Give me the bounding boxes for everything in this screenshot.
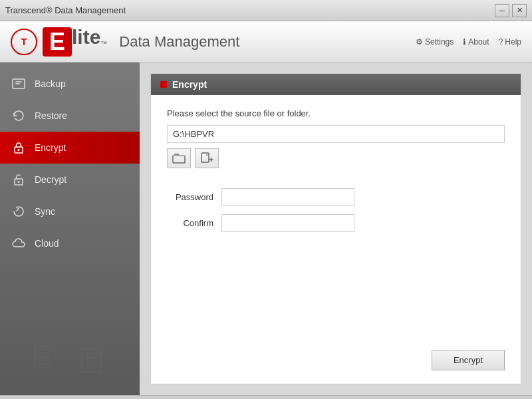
logo-area: T E lite ™ Data Management: [11, 27, 239, 57]
about-icon: ℹ: [463, 37, 466, 47]
action-row: Encrypt: [167, 336, 505, 370]
settings-label: Settings: [425, 37, 454, 47]
backup-icon: [11, 76, 27, 92]
password-input[interactable]: [221, 188, 354, 206]
cloud-label: Cloud: [35, 238, 59, 249]
cloud-icon: [11, 235, 27, 251]
app-header: T E lite ™ Data Management ⚙ Settings ℹ …: [0, 21, 532, 63]
sidebar-watermark: 🗎 🗎: [0, 338, 140, 382]
settings-nav-item[interactable]: ⚙ Settings: [416, 37, 454, 47]
folder-icon: [172, 152, 186, 164]
content-area: Encrypt Please select the source file or…: [140, 63, 532, 395]
file-btn-row: [167, 148, 505, 168]
password-row: Password: [167, 188, 505, 206]
transcend-circle-logo: T: [11, 29, 37, 55]
decrypt-icon: [11, 172, 27, 188]
title-bar: Transcend® Data Management ─ ✕: [0, 0, 532, 21]
backup-label: Backup: [35, 78, 66, 89]
help-nav-item[interactable]: ? Help: [499, 37, 521, 47]
main-layout: Backup Restore Encrypt: [0, 63, 532, 395]
sidebar-item-restore[interactable]: Restore: [0, 100, 140, 132]
close-button[interactable]: ✕: [512, 4, 527, 17]
help-icon: ?: [499, 37, 503, 47]
add-file-button[interactable]: [195, 148, 219, 168]
restore-icon: [11, 108, 27, 124]
footer: Transcend Information, Inc. All Rights R…: [0, 395, 532, 399]
decrypt-label: Decrypt: [35, 174, 66, 185]
encrypt-label: Encrypt: [35, 142, 66, 153]
add-file-icon: [200, 152, 213, 164]
encrypt-icon: [11, 140, 27, 156]
title-bar-left: Transcend® Data Management: [5, 5, 126, 15]
help-label: Help: [505, 37, 521, 47]
elite-e-box: E: [43, 27, 72, 57]
elite-tm: ™: [100, 40, 107, 47]
confirm-input[interactable]: [221, 214, 354, 232]
minimize-button[interactable]: ─: [495, 4, 509, 17]
settings-icon: ⚙: [416, 37, 423, 47]
panel-header-dot: [160, 81, 167, 88]
svg-point-2: [18, 149, 20, 151]
sidebar: Backup Restore Encrypt: [0, 63, 140, 395]
sidebar-item-decrypt[interactable]: Decrypt: [0, 164, 140, 196]
sidebar-item-cloud[interactable]: Cloud: [0, 227, 140, 259]
panel-title: Encrypt: [172, 79, 207, 90]
sync-label: Sync: [35, 206, 55, 217]
password-label: Password: [167, 192, 213, 202]
header-nav: ⚙ Settings ℹ About ? Help: [416, 37, 521, 47]
sidebar-item-sync[interactable]: Sync: [0, 196, 140, 227]
data-management-title: Data Management: [119, 33, 239, 51]
confirm-label: Confirm: [167, 218, 213, 228]
svg-point-4: [18, 181, 20, 183]
browse-folder-button[interactable]: [167, 148, 191, 168]
panel-header: Encrypt: [151, 74, 521, 95]
svg-rect-5: [173, 156, 185, 163]
sidebar-item-backup[interactable]: Backup: [0, 68, 140, 100]
about-nav-item[interactable]: ℹ About: [463, 37, 489, 47]
svg-rect-6: [173, 155, 185, 156]
watermark-icon-1: 🗎: [29, 338, 58, 382]
watermark-icon-2: 🗎: [74, 338, 111, 382]
app-title-bar: Transcend® Data Management: [5, 5, 126, 15]
confirm-row: Confirm: [167, 214, 505, 232]
restore-label: Restore: [35, 110, 67, 121]
sidebar-item-encrypt[interactable]: Encrypt: [0, 132, 140, 164]
svg-rect-7: [201, 153, 209, 162]
file-path-input[interactable]: [167, 125, 505, 143]
encrypt-panel: Encrypt Please select the source file or…: [150, 73, 521, 384]
panel-body: Please select the source file or folder.: [151, 95, 521, 384]
about-label: About: [468, 37, 489, 47]
encrypt-button[interactable]: Encrypt: [432, 350, 505, 370]
sync-icon: [11, 203, 27, 219]
panel-description: Please select the source file or folder.: [167, 108, 505, 118]
elite-text: lite: [72, 27, 100, 47]
elite-logo: E lite ™: [43, 27, 107, 57]
title-bar-controls: ─ ✕: [495, 4, 527, 17]
